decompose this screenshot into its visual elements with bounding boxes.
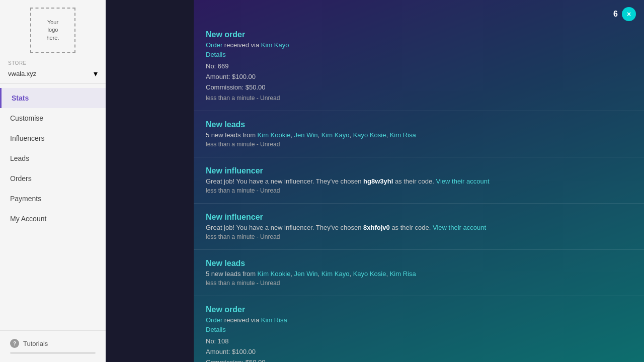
logo-line1: Your — [47, 19, 58, 26]
detail-commission-1: Commission: $50.00 — [206, 82, 632, 93]
detail-amount-2: Amount: $100.00 — [206, 347, 632, 357]
notif-title-6: New order — [206, 305, 632, 314]
notification-item-5: New leads 5 new leads from Kim Kookie, J… — [194, 250, 644, 296]
notification-item-2: New leads 5 new leads from Kim Kookie, J… — [194, 111, 644, 157]
logo-line2: logo — [48, 26, 58, 34]
store-name: vwala.xyz — [8, 70, 36, 77]
notif-title-3: New influencer — [206, 166, 632, 175]
panel-header: 6 × — [194, 0, 644, 21]
lead-link-kayokosie-2[interactable]: Kayo Kosie — [353, 270, 386, 278]
sidebar: Your logo here. Store vwala.xyz ▾ Stats … — [0, 0, 106, 362]
notif-time-3: less than a minute - Unread — [206, 187, 632, 194]
sidebar-item-customise[interactable]: Customise — [0, 108, 106, 128]
lead-link-kimrisa-2[interactable]: Kim Risa — [390, 270, 416, 278]
tutorials-icon: ? — [10, 339, 19, 348]
notif-subtitle-2: 5 new leads from Kim Kookie, Jen Win, Ki… — [206, 131, 632, 139]
kim-kayo-link-1[interactable]: Kim Kayo — [261, 41, 289, 49]
logo-area: Your logo here. — [0, 0, 106, 60]
sidebar-item-influencers[interactable]: Influencers — [0, 128, 106, 148]
close-panel-button[interactable]: × — [622, 7, 636, 21]
store-dropdown-icon: ▾ — [94, 69, 98, 78]
details-toggle-2[interactable]: Details — [206, 326, 632, 333]
store-section-label: Store — [8, 60, 106, 66]
tutorials-item[interactable]: ? Tutorials — [10, 339, 96, 348]
notification-item-4: New influencer Great job! You have a new… — [194, 204, 644, 250]
sidebar-item-my-account[interactable]: My Account — [0, 209, 106, 229]
order-link-1[interactable]: Order — [206, 41, 222, 49]
tutorials-progress-bar — [10, 352, 96, 354]
sidebar-item-leads[interactable]: Leads — [0, 148, 106, 168]
notif-time-4: less than a minute - Unread — [206, 233, 632, 240]
notification-panel: 6 × New order Order received via Kim Kay… — [194, 0, 644, 362]
lead-link-kookie-2[interactable]: Kim Kookie — [258, 270, 291, 278]
notif-subtitle-4: Great job! You have a new influencer. Th… — [206, 224, 632, 231]
notif-title-4: New influencer — [206, 213, 632, 222]
detail-no-2: No: 108 — [206, 336, 632, 347]
lead-link-kayokosie-1[interactable]: Kayo Kosie — [353, 131, 386, 139]
sidebar-item-payments[interactable]: Payments — [0, 189, 106, 209]
tutorials-label: Tutorials — [23, 340, 48, 347]
notification-item-3: New influencer Great job! You have a new… — [194, 157, 644, 204]
lead-link-kimkayo-1[interactable]: Kim Kayo — [321, 131, 350, 139]
notif-subtitle-6: Order received via Kim Risa — [206, 316, 632, 324]
detail-amount-1: Amount: $100.00 — [206, 72, 632, 82]
detail-no-1: No: 669 — [206, 61, 632, 72]
sidebar-item-orders[interactable]: Orders — [0, 168, 106, 189]
notification-item-1: New order Order received via Kim Kayo De… — [194, 21, 644, 111]
notif-subtitle-3: Great job! You have a new influencer. Th… — [206, 177, 632, 185]
nav-items: Stats Customise Influencers Leads Orders… — [0, 84, 106, 330]
influencer-code-1: hg8w3yhl — [363, 177, 393, 185]
notif-subtitle-5: 5 new leads from Kim Kookie, Jen Win, Ki… — [206, 270, 632, 278]
view-account-link-2[interactable]: View their account — [433, 224, 486, 231]
order-link-2[interactable]: Order — [206, 316, 222, 324]
notif-time-2: less than a minute - Unread — [206, 141, 632, 148]
logo-box: Your logo here. — [30, 8, 75, 53]
notif-title-1: New order — [206, 30, 632, 39]
notif-time-1: less than a minute - Unread — [206, 95, 632, 102]
notification-item-6: New order Order received via Kim Risa De… — [194, 296, 644, 362]
sidebar-item-stats[interactable]: Stats — [0, 88, 106, 108]
logo-line3: here. — [46, 34, 59, 42]
influencer-code-2: 8xhfojv0 — [363, 224, 390, 231]
lead-link-kimkayo-2[interactable]: Kim Kayo — [321, 270, 350, 278]
notif-title-2: New leads — [206, 120, 632, 129]
detail-commission-2: Commission: $50.00 — [206, 357, 632, 362]
kim-risa-link[interactable]: Kim Risa — [261, 316, 287, 324]
store-selector[interactable]: vwala.xyz ▾ — [0, 67, 106, 84]
details-toggle-1[interactable]: Details — [206, 51, 632, 58]
lead-link-jenwin-2[interactable]: Jen Win — [294, 270, 318, 278]
view-account-link-1[interactable]: View their account — [436, 177, 490, 185]
notif-time-5: less than a minute - Unread — [206, 280, 632, 287]
sidebar-bottom: ? Tutorials — [0, 330, 106, 362]
lead-link-kimrisa-1[interactable]: Kim Risa — [390, 131, 416, 139]
lead-link-jenwin-1[interactable]: Jen Win — [294, 131, 318, 139]
notif-title-5: New leads — [206, 259, 632, 268]
notification-badge-count: 6 — [613, 10, 618, 19]
notif-subtitle-1: Order received via Kim Kayo — [206, 41, 632, 49]
lead-link-kookie-1[interactable]: Kim Kookie — [258, 131, 291, 139]
